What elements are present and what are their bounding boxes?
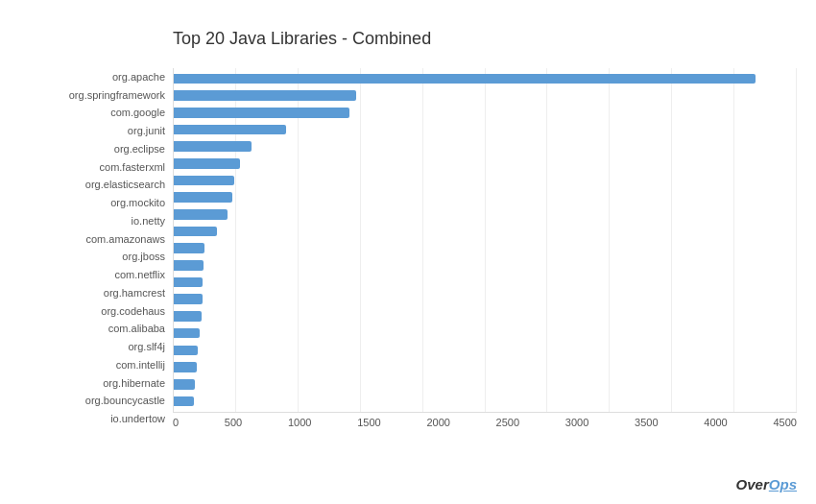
bar [174,277,203,288]
bar-row [174,189,797,206]
x-axis-label: 1500 [357,417,380,428]
x-axis-label: 3000 [565,417,588,428]
x-axis-label: 2500 [496,417,519,428]
bar-row [174,274,797,291]
bar [174,176,234,186]
bar-row [174,206,797,224]
y-axis-label: org.springframework [19,90,165,101]
bar [174,396,194,407]
bar-row [174,70,797,87]
y-axis-label: com.fasterxml [19,162,165,173]
bar-row [174,138,797,156]
bar-row [174,87,797,105]
bar-row [174,291,797,308]
y-axis-label: org.elasticsearch [19,180,165,190]
bar [174,74,756,84]
y-axis-label: org.bouncycastle [19,396,165,406]
x-axis-label: 2000 [426,417,449,428]
y-axis-label: org.mockito [19,198,165,208]
bar [174,90,356,101]
y-axis-label: com.amazonaws [19,234,165,245]
y-axis-label: com.intellij [19,360,165,371]
bar-row [174,342,797,359]
bar [174,294,203,304]
bar [174,260,204,271]
bar-row [174,155,797,172]
y-axis-label: com.alibaba [19,324,165,334]
bar-row [174,375,797,393]
bar-row [174,308,797,325]
x-axis-label: 500 [225,417,242,428]
bar-row [174,240,797,257]
x-axis-label: 3500 [635,417,658,428]
bar [174,158,240,169]
bars-and-x: 050010001500200025003000350040004500 [173,68,797,428]
y-axis-label: org.jboss [19,252,165,262]
x-axis-label: 4000 [704,417,727,428]
bar-row [174,104,797,121]
chart-container: Top 20 Java Libraries - Combined org.apa… [0,0,816,504]
bar-row [174,393,797,410]
x-axis-label: 1000 [288,417,311,428]
y-axis-label: org.slf4j [19,342,165,352]
y-axis-label: org.apache [19,72,165,83]
x-axis-labels: 050010001500200025003000350040004500 [173,413,797,428]
y-axis-label: io.netty [19,216,165,227]
bar [174,346,198,356]
chart-title: Top 20 Java Libraries - Combined [173,29,797,49]
bars-wrapper [174,68,797,412]
bar-row [174,223,797,240]
bar [174,192,232,203]
bar-row [174,257,797,275]
logo-ops: Ops [769,476,797,492]
bar-row [174,172,797,189]
bars-area [173,68,797,413]
bar [174,362,197,372]
y-axis-label: org.hibernate [19,378,165,389]
bar [174,328,200,339]
logo: OverOps [736,476,797,492]
bar [174,311,202,322]
y-axis-label: io.undertow [19,414,165,424]
bar-row [174,359,797,376]
bar-row [174,324,797,342]
bar [174,108,349,118]
x-axis-label: 4500 [773,417,796,428]
bar-row [174,121,797,138]
bar [174,209,228,220]
x-axis-label: 0 [173,417,179,428]
logo-over: Over [736,476,769,492]
bar [174,141,252,152]
y-axis-label: org.codehaus [19,306,165,317]
y-axis-label: com.google [19,108,165,118]
chart-area: org.apacheorg.springframeworkcom.googleo… [19,68,797,428]
y-axis-label: org.junit [19,126,165,136]
bar [174,227,217,237]
y-axis-labels: org.apacheorg.springframeworkcom.googleo… [19,68,173,428]
y-axis-label: com.netflix [19,270,165,280]
y-axis-label: org.hamcrest [19,288,165,299]
bar [174,379,195,390]
bar [174,243,204,253]
y-axis-label: org.eclipse [19,144,165,155]
bar [174,125,286,135]
